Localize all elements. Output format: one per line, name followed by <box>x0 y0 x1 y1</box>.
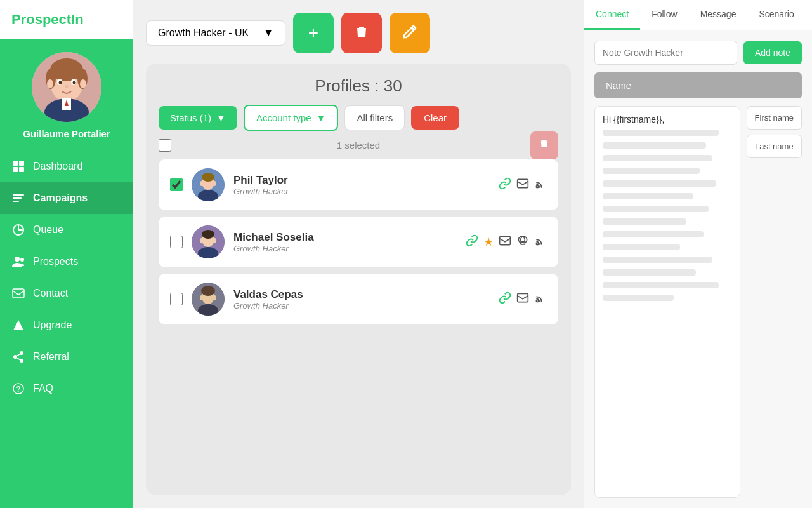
delete-selected-button[interactable] <box>530 131 558 159</box>
tab-follow-label: Follow <box>652 9 677 19</box>
svg-point-52 <box>536 243 538 244</box>
right-panel: Connect Follow Message Scenario Add note… <box>584 0 812 508</box>
tab-connect[interactable]: Connect <box>584 0 640 30</box>
campaign-name: Growth Hacker - UK <box>158 27 249 39</box>
sidebar-item-contact[interactable]: Contact <box>0 277 133 309</box>
sidebar-item-dashboard[interactable]: Dashboard <box>0 150 133 182</box>
panel-body: Add note Name Hi {{firstname}}, <box>584 30 812 508</box>
rss-icon-0[interactable] <box>534 177 547 193</box>
svg-rect-18 <box>19 167 24 172</box>
svg-point-55 <box>201 286 215 296</box>
sidebar-label-queue: Queue <box>33 224 63 236</box>
svg-point-46 <box>200 238 204 243</box>
prospect-info-2: Valdas Cepas Growth Hacker <box>233 288 490 311</box>
message-greeting: Hi {{firstname}}, <box>603 114 732 124</box>
clear-button[interactable]: Clear <box>411 106 459 130</box>
prospect-checkbox-1[interactable] <box>170 236 183 248</box>
note-input[interactable] <box>594 41 737 65</box>
svg-point-39 <box>213 181 216 186</box>
prospect-icons-1: ★ <box>466 234 547 250</box>
prospect-checkbox-0[interactable] <box>170 178 183 191</box>
add-button[interactable]: + <box>293 13 334 53</box>
upgrade-icon <box>11 318 25 332</box>
filters-row: Status (1) ▼ Account type ▼ All filters … <box>159 105 558 131</box>
rss-icon-2[interactable] <box>534 291 547 307</box>
sidebar-item-queue[interactable]: Queue <box>0 214 133 246</box>
tab-scenario[interactable]: Scenario <box>747 0 805 30</box>
search-icon-1[interactable] <box>516 234 529 250</box>
star-icon-1[interactable]: ★ <box>483 235 494 249</box>
message-box: Hi {{firstname}}, <box>594 106 740 498</box>
profiles-area: Profiles : 30 Status (1) ▼ Account type … <box>146 64 571 495</box>
all-filters-label: All filters <box>357 112 393 123</box>
svg-point-60 <box>536 300 538 302</box>
tab-follow[interactable]: Follow <box>640 0 688 30</box>
sidebar-label-prospects: Prospects <box>33 256 78 267</box>
email-icon-2[interactable] <box>516 291 529 307</box>
sidebar-item-faq[interactable]: ? FAQ <box>0 373 133 404</box>
account-type-filter-button[interactable]: Account type ▼ <box>244 105 339 131</box>
prospect-name-1: Michael Soselia <box>233 231 457 244</box>
status-filter-button[interactable]: Status (1) ▼ <box>159 106 237 130</box>
svg-marker-26 <box>13 320 23 330</box>
trash-icon <box>354 24 369 43</box>
dropdown-arrow-icon: ▼ <box>263 27 273 39</box>
lastname-label: Last name <box>755 142 794 151</box>
main-content: Growth Hacker - UK ▼ + Profiles : 30 Sta… <box>133 0 584 508</box>
clear-label: Clear <box>424 112 447 123</box>
logo-text-prospect: Prospect <box>11 11 71 27</box>
side-vars: First name Last name <box>747 106 802 498</box>
campaign-dropdown[interactable]: Growth Hacker - UK ▼ <box>146 20 285 46</box>
svg-point-12 <box>59 81 62 84</box>
sidebar-item-prospects[interactable]: Prospects <box>0 246 133 277</box>
email-icon-0[interactable] <box>516 177 529 193</box>
message-line-11 <box>603 257 712 263</box>
svg-point-44 <box>202 230 214 239</box>
prospect-icons-2 <box>499 291 547 307</box>
name-button[interactable]: Name <box>594 72 802 98</box>
selected-bar: 1 selected <box>159 140 558 150</box>
link-icon-2[interactable] <box>499 291 511 307</box>
sidebar-item-referral[interactable]: Referral <box>0 341 133 373</box>
link-icon-1[interactable] <box>466 234 478 250</box>
delete-selected-icon <box>539 138 550 152</box>
sidebar-label-faq: FAQ <box>33 383 53 394</box>
message-line-9 <box>603 231 704 237</box>
svg-rect-19 <box>13 194 24 196</box>
compose-area: Hi {{firstname}}, First name <box>594 106 802 498</box>
all-filters-button[interactable]: All filters <box>344 105 405 130</box>
message-line-2 <box>603 142 706 149</box>
firstname-label: First name <box>755 113 794 123</box>
svg-point-14 <box>65 85 69 88</box>
svg-text:?: ? <box>16 385 20 394</box>
message-line-5 <box>603 180 716 187</box>
sidebar-label-contact: Contact <box>33 288 68 299</box>
prospect-avatar-1 <box>192 225 225 258</box>
delete-button[interactable] <box>341 13 382 53</box>
svg-line-31 <box>15 357 22 361</box>
svg-point-24 <box>20 258 24 262</box>
status-filter-label: Status (1) <box>170 112 211 123</box>
svg-rect-59 <box>518 293 528 302</box>
svg-rect-40 <box>518 179 528 187</box>
lastname-variable-button[interactable]: Last name <box>747 135 802 158</box>
prospect-role-1: Growth Hacker <box>233 244 457 253</box>
prospect-checkbox-2[interactable] <box>170 293 183 305</box>
firstname-variable-button[interactable]: First name <box>747 106 802 130</box>
email-icon-1[interactable] <box>499 234 511 250</box>
svg-point-57 <box>200 295 204 300</box>
edit-button[interactable] <box>390 13 430 53</box>
message-line-4 <box>603 168 700 174</box>
select-all-checkbox[interactable] <box>159 139 171 152</box>
svg-point-9 <box>80 79 86 88</box>
message-line-1 <box>603 130 719 136</box>
user-avatar <box>32 52 102 122</box>
prospect-info-1: Michael Soselia Growth Hacker <box>233 231 457 253</box>
rss-icon-1[interactable] <box>534 234 547 250</box>
tab-message[interactable]: Message <box>689 0 748 30</box>
add-note-label: Add note <box>755 48 790 58</box>
link-icon-0[interactable] <box>499 177 511 193</box>
add-note-button[interactable]: Add note <box>743 41 802 64</box>
sidebar-item-upgrade[interactable]: Upgrade <box>0 309 133 341</box>
sidebar-item-campaigns[interactable]: Campaigns <box>0 182 133 214</box>
